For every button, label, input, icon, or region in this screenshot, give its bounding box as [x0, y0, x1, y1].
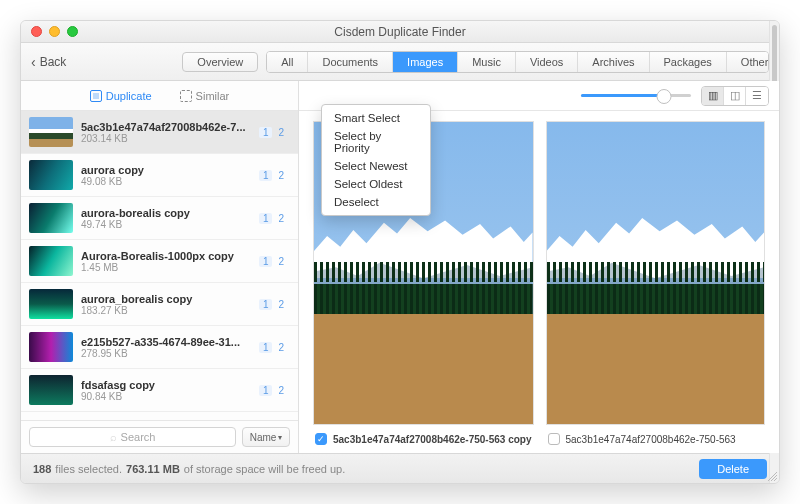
list-item[interactable]: 5ac3b1e47a74af27008b462e-7...203.14 KB12: [21, 111, 298, 154]
preview-card: 5ac3b1e47a74af27008b462e-750-563: [546, 121, 766, 447]
chevron-left-icon: ‹: [31, 54, 36, 70]
list-item[interactable]: aurora copy49.08 KB12: [21, 154, 298, 197]
tab-archives[interactable]: Archives: [578, 52, 649, 72]
thumbnail: [29, 289, 73, 319]
thumbnail: [29, 332, 73, 362]
file-name: aurora-borealis copy: [81, 207, 251, 219]
tab-all[interactable]: All: [267, 52, 308, 72]
delete-button[interactable]: Delete: [699, 459, 767, 479]
resize-handle[interactable]: [767, 471, 777, 481]
sidebar: Duplicate Similar 5ac3b1e47a74af27008b46…: [21, 81, 299, 453]
list-item[interactable]: e215b527-a335-4674-89ee-31...278.95 KB12: [21, 326, 298, 369]
view-grid-icon[interactable]: ▥: [702, 87, 724, 105]
thumbnail: [29, 246, 73, 276]
category-tabs: AllDocumentsImagesMusicVideosArchivesPac…: [266, 51, 769, 73]
menu-item[interactable]: Smart Select: [322, 109, 430, 127]
dup-counts: 12: [259, 385, 290, 396]
duplicate-list[interactable]: 5ac3b1e47a74af27008b462e-7...203.14 KB12…: [21, 111, 298, 420]
file-size: 183.27 KB: [81, 305, 251, 316]
titlebar: Cisdem Duplicate Finder: [21, 21, 779, 43]
menu-item[interactable]: Select by Priority: [322, 127, 430, 157]
menu-item[interactable]: Deselect: [322, 193, 430, 211]
view-split-icon[interactable]: ◫: [724, 87, 746, 105]
tab-images[interactable]: Images: [393, 52, 458, 72]
dup-counts: 12: [259, 170, 290, 181]
list-item[interactable]: aurora_borealis copy183.27 KB12: [21, 283, 298, 326]
back-button[interactable]: ‹ Back: [31, 54, 66, 70]
duplicate-icon: [90, 90, 102, 102]
thumbnail: [29, 160, 73, 190]
file-size: 49.08 KB: [81, 176, 251, 187]
tab-documents[interactable]: Documents: [308, 52, 393, 72]
list-item[interactable]: fdsafasg copy90.84 KB12: [21, 369, 298, 412]
menu-item[interactable]: Select Newest: [322, 157, 430, 175]
search-input[interactable]: ⌕ Search: [29, 427, 236, 447]
sort-button[interactable]: Name ▾: [242, 427, 290, 447]
select-checkbox[interactable]: [548, 433, 560, 445]
file-name: Aurora-Borealis-1000px copy: [81, 250, 251, 262]
app-window: Cisdem Duplicate Finder ‹ Back Overview …: [20, 20, 780, 484]
file-size: 278.95 KB: [81, 348, 251, 359]
chevron-updown-icon: ▾: [278, 433, 282, 442]
duplicate-tab[interactable]: Duplicate: [90, 90, 152, 102]
window-title: Cisdem Duplicate Finder: [21, 25, 779, 39]
zoom-slider[interactable]: [581, 94, 691, 97]
status-bar: 188 files selected. 763.11 MB of storage…: [21, 453, 779, 483]
thumbnail: [29, 117, 73, 147]
list-item[interactable]: Aurora-Borealis-1000px copy1.45 MB12: [21, 240, 298, 283]
file-size: 203.14 KB: [81, 133, 251, 144]
selected-count: 188: [33, 463, 51, 475]
tab-music[interactable]: Music: [458, 52, 516, 72]
file-name: aurora_borealis copy: [81, 293, 251, 305]
thumbnail: [29, 203, 73, 233]
sidebar-mode-switch: Duplicate Similar: [21, 81, 298, 111]
select-checkbox[interactable]: ✓: [315, 433, 327, 445]
toolbar: ‹ Back Overview AllDocumentsImagesMusicV…: [21, 43, 779, 81]
file-name: 5ac3b1e47a74af27008b462e-7...: [81, 121, 251, 133]
similar-icon: [180, 90, 192, 102]
search-icon: ⌕: [110, 431, 117, 443]
preview-image[interactable]: [546, 121, 766, 425]
file-name: e215b527-a335-4674-89ee-31...: [81, 336, 251, 348]
sidebar-footer: ⌕ Search Name ▾: [21, 420, 298, 453]
file-size: 1.45 MB: [81, 262, 251, 273]
dup-counts: 12: [259, 213, 290, 224]
menu-item[interactable]: Select Oldest: [322, 175, 430, 193]
dup-counts: 12: [259, 342, 290, 353]
tab-videos[interactable]: Videos: [516, 52, 578, 72]
preview-file-name: 5ac3b1e47a74af27008b462e-750-563 copy: [333, 434, 532, 445]
thumbnail: [29, 375, 73, 405]
similar-tab[interactable]: Similar: [180, 90, 230, 102]
file-name: fdsafasg copy: [81, 379, 251, 391]
list-item[interactable]: aurora-borealis copy49.74 KB12: [21, 197, 298, 240]
tab-packages[interactable]: Packages: [650, 52, 727, 72]
file-name: aurora copy: [81, 164, 251, 176]
overview-button[interactable]: Overview: [182, 52, 258, 72]
preview-file-name: 5ac3b1e47a74af27008b462e-750-563: [566, 434, 736, 445]
tab-others[interactable]: Others: [727, 52, 769, 72]
view-mode-segment: ▥ ◫ ☰: [701, 86, 769, 106]
file-size: 49.74 KB: [81, 219, 251, 230]
freed-size: 763.11 MB: [126, 463, 180, 475]
dup-counts: 12: [259, 256, 290, 267]
view-list-icon[interactable]: ☰: [746, 87, 768, 105]
dup-counts: 12: [259, 299, 290, 310]
select-menu: Smart SelectSelect by PrioritySelect New…: [321, 104, 431, 216]
file-size: 90.84 KB: [81, 391, 251, 402]
dup-counts: 12: [259, 127, 290, 138]
back-label: Back: [40, 55, 67, 69]
